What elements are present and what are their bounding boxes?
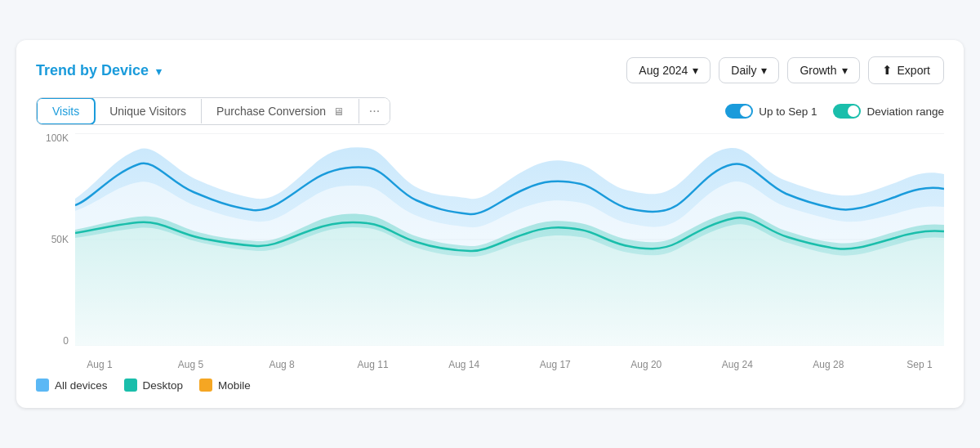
chevron-down-icon: ▾: [842, 64, 848, 77]
legend-mobile[interactable]: Mobile: [199, 379, 251, 392]
tabs-row: Visits Unique Visitors Purchase Conversi…: [36, 97, 944, 125]
toggle-up-to-sep[interactable]: Up to Sep 1: [725, 104, 817, 119]
monitor-icon: 🖥: [333, 105, 344, 118]
chart-svg: [75, 133, 944, 346]
y-label-50k: 50K: [51, 235, 69, 244]
tab-unique-visitors[interactable]: Unique Visitors: [95, 99, 202, 123]
toggle-knob: [740, 105, 751, 117]
y-axis: 100K 50K 0: [36, 133, 75, 346]
chart-card: Trend by Device ▾ Aug 2024 ▾ Daily ▾ Gro…: [16, 40, 964, 408]
title-chevron[interactable]: ▾: [156, 65, 162, 78]
tab-group: Visits Unique Visitors Purchase Conversi…: [36, 97, 390, 125]
toggle-knob: [848, 105, 859, 117]
x-label-aug28: Aug 28: [804, 359, 853, 370]
x-label-sep1: Sep 1: [895, 359, 944, 370]
toggle-legend: Up to Sep 1 Deviation range: [725, 104, 944, 119]
title-static: Trend by: [36, 62, 97, 78]
chart-title: Trend by Device ▾: [36, 62, 162, 79]
toggle-switch-dev[interactable]: [833, 104, 861, 119]
legend-desktop[interactable]: Desktop: [124, 379, 184, 392]
chart-svg-container: [75, 133, 944, 346]
date-dropdown[interactable]: Aug 2024 ▾: [626, 57, 710, 83]
chart-area: 100K 50K 0: [36, 133, 944, 370]
header-controls: Aug 2024 ▾ Daily ▾ Growth ▾ ⬆ Export: [626, 56, 944, 84]
bottom-legend: All devices Desktop Mobile: [36, 379, 944, 392]
export-button[interactable]: ⬆ Export: [868, 56, 944, 84]
x-label-aug1: Aug 1: [75, 359, 124, 370]
y-label-100k: 100K: [46, 133, 69, 143]
legend-color-orange: [199, 379, 212, 392]
x-label-aug11: Aug 11: [349, 359, 398, 370]
legend-color-green: [124, 379, 137, 392]
chart-header: Trend by Device ▾ Aug 2024 ▾ Daily ▾ Gro…: [36, 56, 944, 84]
chevron-down-icon: ▾: [761, 64, 767, 77]
x-label-aug24: Aug 24: [713, 359, 762, 370]
freq-dropdown[interactable]: Daily ▾: [719, 57, 779, 83]
legend-color-blue: [36, 379, 49, 392]
toggle-switch-sep[interactable]: [725, 104, 753, 119]
x-label-aug17: Aug 17: [531, 359, 580, 370]
legend-all-devices[interactable]: All devices: [36, 379, 108, 392]
x-label-aug8: Aug 8: [257, 359, 306, 370]
y-label-0: 0: [63, 336, 69, 346]
tab-more[interactable]: ···: [359, 98, 390, 124]
x-label-aug5: Aug 5: [167, 359, 216, 370]
tab-purchase-conversion[interactable]: Purchase Conversion 🖥: [202, 99, 359, 123]
x-label-aug20: Aug 20: [621, 359, 670, 370]
export-icon: ⬆: [882, 63, 893, 78]
tab-visits[interactable]: Visits: [36, 97, 96, 125]
title-device: Device: [101, 62, 149, 78]
chevron-down-icon: ▾: [693, 64, 698, 77]
toggle-deviation[interactable]: Deviation range: [833, 104, 944, 119]
x-label-aug14: Aug 14: [439, 359, 488, 370]
x-axis: Aug 1 Aug 5 Aug 8 Aug 11 Aug 14 Aug 17 A…: [75, 351, 944, 370]
metric-dropdown[interactable]: Growth ▾: [787, 57, 859, 83]
